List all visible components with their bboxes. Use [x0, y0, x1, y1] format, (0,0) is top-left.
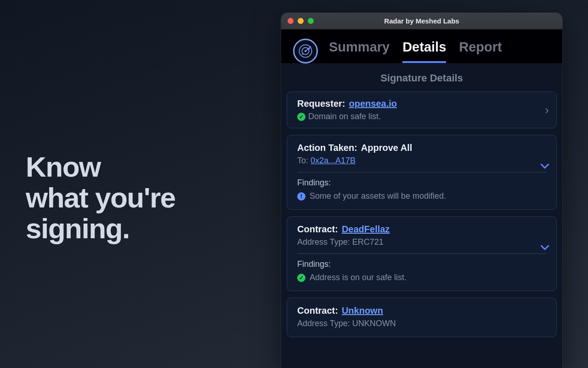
requester-card[interactable]: Requester: opensea.io Domain on safe lis… — [287, 92, 557, 128]
chevron-down-icon[interactable] — [541, 164, 549, 169]
contract-label: Contract: — [297, 305, 338, 316]
svg-line-3 — [305, 46, 311, 51]
addr-type-value: ERC721 — [352, 237, 384, 247]
app-window: Radar by Meshed Labs Summary Details Rep… — [281, 13, 562, 368]
window-close-button[interactable] — [288, 18, 294, 24]
contract-label: Contract: — [297, 224, 338, 235]
window-maximize-button[interactable] — [308, 18, 314, 24]
chevron-right-icon[interactable] — [545, 103, 549, 117]
check-icon — [297, 113, 305, 121]
divider — [297, 253, 546, 254]
contract-name-link[interactable]: Unknown — [342, 305, 383, 316]
action-label: Action Taken: — [297, 143, 357, 153]
tab-details[interactable]: Details — [402, 40, 446, 63]
contract-card: Contract: Unknown Address Type: UNKNOWN — [287, 298, 557, 337]
divider — [297, 172, 546, 172]
app-header: Summary Details Report — [281, 29, 562, 63]
window-minimize-button[interactable] — [298, 18, 304, 24]
requester-label: Requester: — [297, 98, 345, 109]
window-title: Radar by Meshed Labs — [281, 17, 562, 25]
contract-finding-text: Address is on our safe list. — [310, 273, 407, 282]
action-to-label: To: — [297, 156, 308, 165]
findings-label: Findings: — [297, 259, 546, 269]
info-icon — [297, 192, 305, 201]
addr-type-label: Address Type: — [297, 237, 350, 247]
tab-summary[interactable]: Summary — [329, 40, 390, 63]
tab-report[interactable]: Report — [459, 40, 502, 63]
action-to-address-link[interactable]: 0x2a...A17B — [311, 156, 356, 165]
action-value: Approve All — [361, 143, 413, 153]
chevron-down-icon[interactable] — [541, 245, 549, 251]
addr-type-label: Address Type: — [297, 319, 350, 328]
hero-line-1: Know — [26, 152, 175, 183]
radar-logo-icon — [293, 39, 318, 63]
action-finding-text: Some of your assets will be modified. — [310, 191, 446, 201]
findings-label: Findings: — [297, 178, 546, 188]
details-panel: Signature Details Requester: opensea.io … — [281, 63, 562, 368]
hero-headline: Know what you're signing. — [26, 152, 175, 244]
svg-point-4 — [309, 48, 310, 50]
window-titlebar: Radar by Meshed Labs — [281, 13, 562, 29]
contract-card: Contract: DeadFellaz Address Type: ERC72… — [287, 216, 557, 291]
svg-point-5 — [302, 53, 303, 55]
contract-name-link[interactable]: DeadFellaz — [342, 224, 390, 235]
section-title: Signature Details — [287, 64, 557, 92]
action-card: Action Taken: Approve All To: 0x2a...A17… — [287, 135, 557, 210]
check-icon — [297, 274, 305, 282]
requester-domain-link[interactable]: opensea.io — [349, 98, 396, 109]
hero-line-2: what you're — [26, 183, 175, 213]
addr-type-value: UNKNOWN — [352, 319, 396, 328]
tab-bar: Summary Details Report — [329, 40, 502, 63]
requester-status: Domain on safe list. — [308, 112, 381, 121]
hero-line-3: signing. — [26, 213, 175, 244]
traffic-light-buttons — [281, 18, 314, 24]
